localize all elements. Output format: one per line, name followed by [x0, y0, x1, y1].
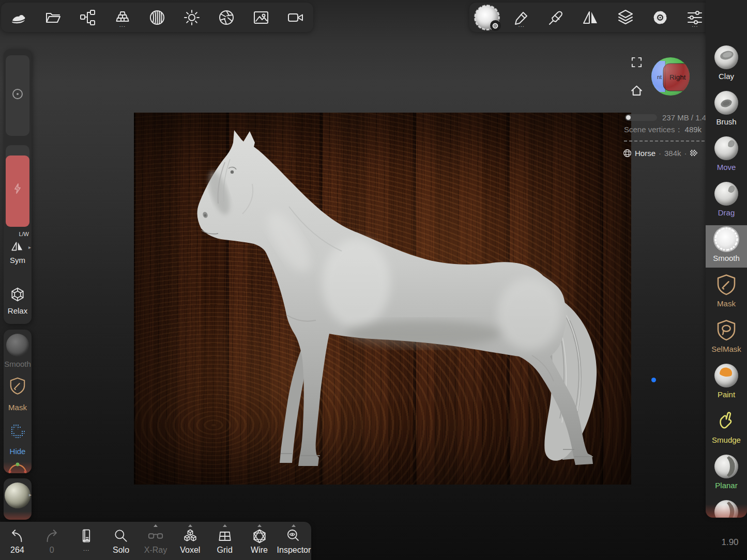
- background-image-icon: [252, 8, 270, 27]
- undo-button[interactable]: 264: [0, 522, 34, 560]
- fullscreen-button[interactable]: [631, 56, 643, 70]
- toolbar-files: ...: [1, 3, 313, 32]
- open-file-button[interactable]: [36, 3, 70, 32]
- tool-flatten-partial[interactable]: [706, 498, 747, 518]
- material-button[interactable]: [140, 3, 174, 32]
- radius-slider[interactable]: [6, 55, 29, 136]
- tool-label: Move: [717, 163, 736, 172]
- tool-brush[interactable]: Brush: [706, 89, 747, 134]
- panel-scroll-fade: [4, 511, 32, 520]
- object-vertex-count: 384k: [664, 149, 681, 158]
- active-tool-button[interactable]: [470, 3, 504, 32]
- tool-mask[interactable]: Mask: [706, 271, 747, 316]
- orientation-ball[interactable]: nt Right: [651, 57, 690, 96]
- solo-button[interactable]: Solo: [104, 522, 138, 560]
- wire-label: Wire: [251, 546, 268, 555]
- tool-clay[interactable]: Clay: [706, 43, 747, 89]
- material-expand-caret[interactable]: ▸: [29, 492, 32, 497]
- dot-separator: ·: [684, 149, 687, 158]
- left-shortcut-panel: Smooth Mask Hide: [4, 330, 32, 473]
- tool-planar[interactable]: Planar: [706, 453, 747, 498]
- drag-thumbnail: [714, 182, 738, 206]
- tool-label: Brush: [716, 117, 736, 126]
- scene-graph-button[interactable]: [71, 3, 105, 32]
- horse-model[interactable]: [134, 113, 631, 485]
- relax-label: Relax: [4, 306, 32, 315]
- background-button[interactable]: [244, 3, 278, 32]
- clay-thumbnail: [714, 45, 738, 69]
- relax-button[interactable]: [4, 286, 32, 303]
- memory-gauge[interactable]: [625, 114, 657, 121]
- tool-label: Smudge: [712, 435, 741, 444]
- settings-button[interactable]: [643, 3, 677, 32]
- tool-selmask[interactable]: SelMask: [706, 316, 747, 362]
- grid-label: Grid: [217, 546, 233, 555]
- multires-more-dots: ...: [105, 22, 140, 27]
- voxel-button[interactable]: Voxel: [173, 522, 207, 560]
- tool-gear-badge: [490, 20, 501, 31]
- viewport-wood-background[interactable]: [134, 113, 631, 485]
- wire-button[interactable]: Wire: [242, 522, 277, 560]
- postprocess-button[interactable]: [209, 3, 243, 32]
- multires-button[interactable]: ...: [105, 3, 140, 32]
- smooth-thumbnail-disabled: [6, 334, 29, 356]
- fullscreen-icon: [631, 56, 643, 68]
- lighting-button[interactable]: [175, 3, 209, 32]
- memory-label: 237 MB / 1.4: [662, 113, 706, 122]
- intensity-slider[interactable]: [6, 145, 29, 227]
- painting-settings-button[interactable]: [539, 3, 573, 32]
- tool-label: Clay: [719, 72, 734, 81]
- stylus-settings-button[interactable]: ...: [505, 3, 539, 32]
- hide-shortcut-button[interactable]: [4, 421, 32, 441]
- mask-shortcut-button[interactable]: [4, 376, 32, 396]
- planar-thumbnail: [714, 455, 738, 478]
- lighting-sun-icon: [182, 8, 201, 27]
- xray-caret: [154, 524, 158, 527]
- settings-gear-icon: [651, 8, 669, 27]
- tool-label: Planar: [715, 481, 737, 490]
- symmetry-button[interactable]: [574, 3, 608, 32]
- xray-glasses-icon: [147, 528, 164, 545]
- smooth-shortcut-button[interactable]: [4, 334, 32, 356]
- paint-thumbnail: [714, 364, 738, 387]
- tool-smooth-selected[interactable]: Smooth: [706, 225, 747, 268]
- intensity-lightning-icon: [11, 182, 24, 195]
- redo-button[interactable]: 0: [35, 522, 69, 560]
- app-logo-button[interactable]: [2, 3, 36, 32]
- inspector-button[interactable]: Inspector: [277, 522, 311, 560]
- flatten-thumbnail: [714, 500, 738, 518]
- scene-vertices-value: 489k: [685, 125, 702, 134]
- home-view-button[interactable]: [630, 84, 643, 99]
- move-thumbnail: [714, 136, 738, 160]
- tool-smudge[interactable]: Smudge: [706, 407, 747, 453]
- sym-button[interactable]: [4, 238, 32, 254]
- memory-gauge-knob: [626, 115, 631, 120]
- hide-shortcut-label: Hide: [4, 447, 32, 456]
- wire-caret: [257, 524, 262, 527]
- camera-video-icon: [286, 8, 305, 27]
- gizmo-icon: [6, 461, 29, 473]
- open-folder-icon: [44, 8, 63, 27]
- tool-drag[interactable]: Drag: [706, 180, 747, 225]
- mask-shield-icon: [8, 376, 27, 396]
- voxel-label: Voxel: [180, 546, 200, 555]
- symmetry-mirror-icon: [582, 8, 600, 27]
- grid-button[interactable]: Grid: [208, 522, 242, 560]
- smooth-shortcut-label: Smooth: [4, 360, 32, 368]
- gizmo-shortcut-button[interactable]: [4, 461, 32, 473]
- inspector-label: Inspector: [277, 546, 311, 555]
- camera-button[interactable]: [279, 3, 313, 32]
- undo-icon: [8, 528, 26, 545]
- undo-count: 264: [10, 546, 24, 555]
- mesh-sphere-icon: [623, 149, 632, 158]
- tool-paint[interactable]: Paint: [706, 362, 747, 407]
- history-button[interactable]: ...: [69, 522, 103, 560]
- redo-icon: [43, 528, 60, 545]
- tool-list: Clay Brush Move Drag: [706, 43, 747, 518]
- tool-move[interactable]: Move: [706, 134, 747, 180]
- layers-button[interactable]: [608, 3, 643, 32]
- object-row[interactable]: Horse · 384k ·: [623, 149, 697, 158]
- xray-button[interactable]: X-Ray: [139, 522, 173, 560]
- relax-web-icon: [9, 286, 26, 303]
- left-material-panel[interactable]: ▸: [4, 478, 32, 520]
